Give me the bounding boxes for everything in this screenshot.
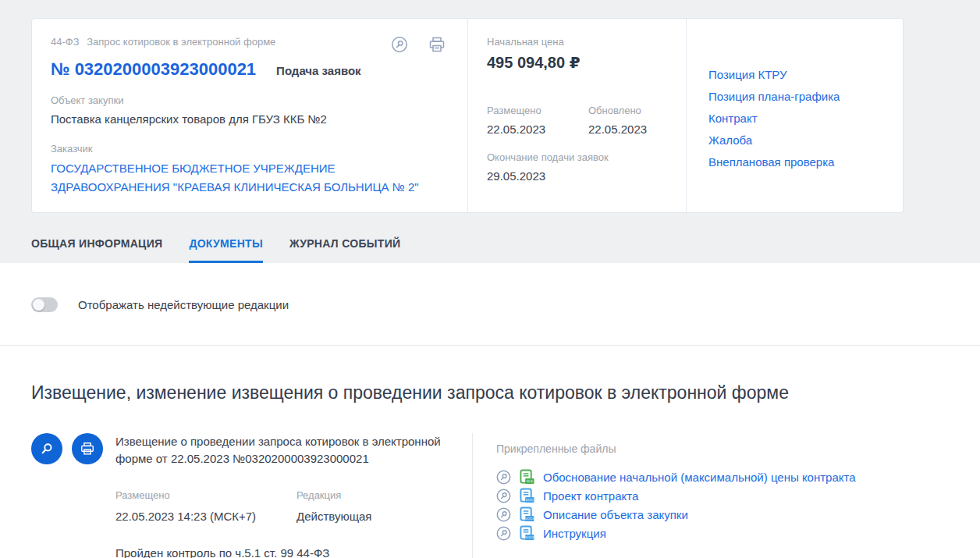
- placed-label: Размещено: [487, 105, 588, 116]
- documents-section-title: Извещение, изменение извещения о проведе…: [31, 382, 949, 405]
- file-preview-icon[interactable]: [496, 470, 511, 485]
- updated-value: 22.05.2023: [588, 121, 647, 138]
- file-row: DOCX Описание объекта закупки: [496, 506, 980, 524]
- doc-file-icon: DOCX: [520, 525, 534, 542]
- file-link[interactable]: Проект контракта: [543, 489, 638, 503]
- file-row: DOC Проект контракта: [496, 487, 980, 506]
- file-preview-icon[interactable]: [496, 526, 511, 541]
- procedure-type-label: Запрос котировок в электронной форме: [87, 36, 275, 48]
- stage-badge: Подача заявок: [276, 64, 361, 77]
- tabbar: ОБЩАЯ ИНФОРМАЦИЯ ДОКУМЕНТЫ ЖУРНАЛ СОБЫТИ…: [0, 229, 980, 263]
- notice-summary-card: 44-ФЗ Запрос котировок в электронной фор…: [31, 18, 904, 213]
- link-unscheduled-inspection[interactable]: Внеплановая проверка: [708, 151, 884, 173]
- tab-general-info[interactable]: ОБЩАЯ ИНФОРМАЦИЯ: [31, 229, 162, 263]
- doc-placed-label: Размещено: [115, 489, 296, 501]
- related-links-panel: Позиция КТРУ Позиция плана-графика Контр…: [686, 19, 903, 212]
- revisions-toggle-row: Отображать недействующие редакции: [0, 263, 980, 345]
- preview-icon[interactable]: [391, 36, 408, 53]
- file-list: XLS Обоснование начальной (максимальной)…: [496, 468, 980, 543]
- top-zone: 44-ФЗ Запрос котировок в электронной фор…: [0, 0, 980, 263]
- link-plan-schedule-position[interactable]: Позиция плана-графика: [708, 86, 884, 108]
- doc-file-icon: DOC: [520, 488, 534, 504]
- file-preview-icon[interactable]: [496, 507, 511, 522]
- doc-file-icon: DOCX: [520, 506, 534, 523]
- doc-revision-label: Редакция: [296, 489, 371, 501]
- notice-price-panel: Начальная цена 495 094,80 ₽ Размещено 22…: [467, 19, 686, 212]
- customer-link[interactable]: ГОСУДАРСТВЕННОЕ БЮДЖЕТНОЕ УЧРЕЖДЕНИЕ ЗДР…: [51, 159, 445, 197]
- svg-text:DOC: DOC: [526, 498, 534, 502]
- tab-documents[interactable]: ДОКУМЕНТЫ: [189, 229, 263, 263]
- customer-label: Заказчик: [51, 143, 452, 155]
- svg-text:DOCX: DOCX: [525, 517, 534, 521]
- svg-text:DOCX: DOCX: [525, 535, 534, 539]
- doc-placed-value: 22.05.2023 14:23 (МСК+7): [115, 508, 296, 525]
- link-ktru-position[interactable]: Позиция КТРУ: [708, 64, 884, 86]
- svg-text:XLS: XLS: [527, 479, 533, 483]
- notice-meta: 44-ФЗ Запрос котировок в электронной фор…: [51, 36, 275, 48]
- magnifier-icon: [39, 441, 55, 457]
- printer-icon: [80, 441, 95, 457]
- link-complaint[interactable]: Жалоба: [708, 130, 884, 151]
- law-label: 44-ФЗ: [51, 36, 80, 48]
- print-icon[interactable]: [428, 36, 446, 53]
- file-link[interactable]: Обоснование начальной (максимальной) цен…: [543, 471, 856, 484]
- placed-value: 22.05.2023: [487, 121, 588, 138]
- file-preview-icon[interactable]: [496, 489, 511, 503]
- section-divider: [0, 345, 980, 346]
- control-note: Пройден контроль по ч.5.1 ст. 99 44-ФЗ (…: [115, 544, 444, 558]
- deadline-label: Окончание подачи заявок: [487, 151, 667, 163]
- xls-file-icon: XLS: [520, 469, 534, 485]
- notice-main-panel: 44-ФЗ Запрос котировок в электронной фор…: [32, 19, 467, 212]
- attachments-label: Прикрепленные файлы: [496, 442, 980, 455]
- document-print-button[interactable]: [72, 433, 103, 464]
- price-label: Начальная цена: [487, 36, 667, 48]
- doc-revision-value: Действующая: [296, 508, 371, 525]
- file-link[interactable]: Инструкция: [543, 527, 606, 540]
- file-row: XLS Обоснование начальной (максимальной)…: [496, 468, 980, 487]
- file-row: DOCX Инструкция: [496, 524, 980, 543]
- file-link[interactable]: Описание объекта закупки: [543, 508, 688, 521]
- price-value: 495 094,80 ₽: [487, 53, 667, 72]
- document-title: Извещение о проведении запроса котировок…: [115, 433, 443, 468]
- tab-event-log[interactable]: ЖУРНАЛ СОБЫТИЙ: [289, 229, 400, 263]
- deadline-value: 29.05.2023: [487, 168, 667, 185]
- attachments-panel: Прикрепленные файлы XLS: [472, 433, 980, 558]
- toggle-knob: [33, 299, 44, 311]
- link-contract[interactable]: Контракт: [708, 108, 884, 130]
- control-note-line1: Пройден контроль по ч.5.1 ст. 99 44-ФЗ: [115, 544, 444, 558]
- document-preview-button[interactable]: [31, 433, 62, 464]
- notice-number-link[interactable]: № 0320200003923000021: [51, 59, 256, 80]
- toggle-label: Отображать недействующие редакции: [78, 298, 289, 311]
- updated-label: Обновлено: [588, 105, 647, 116]
- notice-document-info: Извещение о проведении запроса котировок…: [31, 433, 472, 558]
- notice-document-row: Извещение о проведении запроса котировок…: [31, 433, 980, 558]
- object-label: Объект закупки: [51, 94, 452, 106]
- show-invalid-revisions-toggle[interactable]: [31, 297, 58, 312]
- object-value: Поставка канцелярских товаров для ГБУЗ К…: [51, 111, 452, 128]
